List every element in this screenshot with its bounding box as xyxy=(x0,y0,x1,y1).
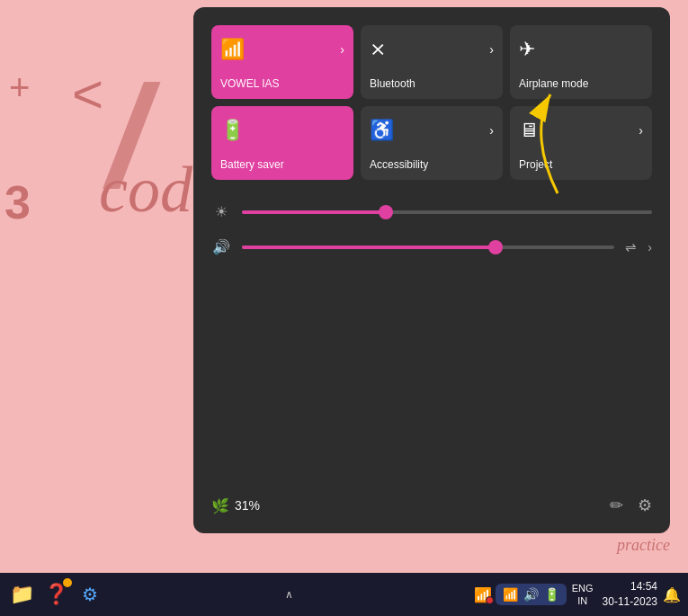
brightness-icon: ☀ xyxy=(211,203,231,220)
airplane-label: Airplane mode xyxy=(519,77,588,90)
panel-actions: ✏ ⚙ xyxy=(610,495,652,515)
tray-battery-icon: 🔋 xyxy=(544,587,559,602)
folder-icon: 📁 xyxy=(10,583,34,606)
taskbar-center: ∧ xyxy=(285,588,293,601)
tray-volume-icon: 🔊 xyxy=(523,587,539,602)
lang-line1: ENG xyxy=(572,582,594,594)
quick-settings-panel: 📶 › VOWEL IAS ⨯ › Bluetooth ✈ Airplane m… xyxy=(193,7,670,533)
panel-bottom-bar: 🌿 31% ✏ ⚙ xyxy=(211,495,652,515)
desktop-decoration-practice: practice xyxy=(617,536,670,555)
tray-wifi-icon: 📶 xyxy=(503,587,518,602)
project-label: Project xyxy=(519,158,552,171)
volume-expand-button[interactable]: › xyxy=(648,240,652,254)
quick-buttons-grid: 📶 › VOWEL IAS ⨯ › Bluetooth ✈ Airplane m… xyxy=(211,25,652,180)
battery-leaf-icon: 🌿 xyxy=(211,497,229,514)
taskbar-clock[interactable]: 14:54 30-11-2023 xyxy=(603,579,657,610)
airplane-button[interactable]: ✈ Airplane mode xyxy=(510,25,652,99)
wifi-error-indicator xyxy=(486,596,494,604)
bluetooth-label: Bluetooth xyxy=(370,77,415,90)
wifi-label: VOWEL IAS xyxy=(220,77,280,90)
desktop-decoration-chevron: < xyxy=(72,63,103,125)
desktop-decoration-cod: cod xyxy=(99,153,192,228)
accessibility-icon: ♿ xyxy=(370,119,394,142)
wifi-status-icon[interactable]: 📶 xyxy=(474,586,492,603)
accessibility-chevron-icon: › xyxy=(489,123,494,138)
accessibility-button[interactable]: ♿ › Accessibility xyxy=(361,106,503,180)
taskbar-left-icons: 📁 ❓ ⚙ xyxy=(7,580,104,609)
bluetooth-icon: ⨯ xyxy=(370,38,386,61)
language-indicator[interactable]: ENG IN xyxy=(572,582,594,608)
brightness-row: ☀ xyxy=(211,203,652,220)
help-badge xyxy=(63,578,72,587)
brightness-slider[interactable] xyxy=(242,210,652,214)
airplane-icon: ✈ xyxy=(519,38,535,61)
wifi-icon: 📶 xyxy=(220,38,245,61)
wifi-button[interactable]: 📶 › VOWEL IAS xyxy=(211,25,353,99)
project-icon: 🖥 xyxy=(519,119,539,142)
settings-app-button[interactable]: ⚙ xyxy=(76,580,104,609)
file-explorer-button[interactable]: 📁 xyxy=(7,580,36,609)
desktop-decoration-number: 3 xyxy=(4,175,31,229)
volume-icon: 🔊 xyxy=(211,238,231,255)
battery-percent: 31% xyxy=(235,498,260,513)
volume-row: 🔊 ⇌ › xyxy=(211,238,652,255)
sys-tray-pill[interactable]: 📶 🔊 🔋 xyxy=(496,584,567,605)
battery-saver-button[interactable]: 🔋 Battery saver xyxy=(211,106,353,180)
settings-button[interactable]: ⚙ xyxy=(638,495,652,515)
settings-gear-icon: ⚙ xyxy=(82,584,98,605)
sliders-area: ☀ 🔊 ⇌ › xyxy=(211,194,652,264)
system-tray: 📶 📶 🔊 🔋 ENG IN 14:54 30-11-2023 🔔 xyxy=(474,579,681,610)
bluetooth-button[interactable]: ⨯ › Bluetooth xyxy=(361,25,503,99)
desktop-decoration-plus: + xyxy=(9,67,30,108)
battery-saver-icon: 🔋 xyxy=(220,119,245,142)
bluetooth-chevron-icon: › xyxy=(489,42,494,57)
wifi-chevron-icon: › xyxy=(340,42,344,57)
edit-button[interactable]: ✏ xyxy=(610,495,623,515)
battery-saver-label: Battery saver xyxy=(220,158,284,171)
lang-line2: IN xyxy=(577,594,587,607)
help-button[interactable]: ❓ xyxy=(41,580,70,609)
taskbar-date: 30-11-2023 xyxy=(603,594,657,610)
project-chevron-icon: › xyxy=(639,123,643,138)
taskbar: 📁 ❓ ⚙ ∧ 📶 📶 🔊 🔋 ENG IN xyxy=(0,573,688,616)
volume-settings-icon: ⇌ xyxy=(625,239,637,255)
volume-slider[interactable] xyxy=(242,246,614,249)
project-button[interactable]: 🖥 › Project xyxy=(510,106,652,180)
battery-status: 🌿 31% xyxy=(211,497,260,514)
taskbar-time: 14:54 xyxy=(630,579,657,594)
overflow-chevron-icon[interactable]: ∧ xyxy=(285,588,293,601)
notification-bell-icon[interactable]: 🔔 xyxy=(663,586,681,603)
accessibility-label: Accessibility xyxy=(370,158,428,171)
